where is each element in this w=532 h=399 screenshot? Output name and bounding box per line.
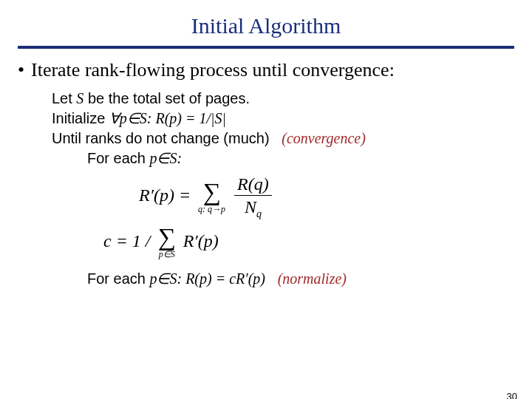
- slide-number: 30: [507, 391, 517, 399]
- page-title: Initial Algorithm: [0, 13, 532, 38]
- body: R′(p): [183, 231, 219, 250]
- fraction: R(q) Nq: [234, 174, 272, 220]
- bullet-line: •Iterate rank-flowing process until conv…: [18, 59, 514, 81]
- lhs: R′(p) =: [139, 185, 191, 205]
- text: Let: [52, 90, 76, 106]
- math: p∈S:: [149, 150, 182, 166]
- algorithm-block: Let S be the total set of pages. Initial…: [52, 89, 532, 289]
- lhs: c = 1 /: [103, 231, 151, 250]
- comment-convergence: (convergence): [282, 130, 366, 146]
- den-q: q: [256, 208, 262, 219]
- text: For each: [87, 270, 149, 287]
- sigma-icon: ∑ p∈S: [158, 226, 176, 259]
- text: be the total set of pages.: [83, 90, 250, 106]
- math: ∀p∈S: R(p) =: [109, 110, 200, 126]
- den-N: N: [245, 197, 256, 216]
- denominator: Nq: [234, 196, 272, 219]
- algo-line-3: Until ranks do not change (much) (conver…: [52, 129, 532, 149]
- bullet-icon: •: [18, 59, 31, 81]
- algo-line-2: Initialize ∀p∈S: R(p) = 1/|S|: [52, 109, 532, 129]
- sum-sub: p∈S: [158, 250, 176, 259]
- comment-normalize: (normalize): [278, 270, 347, 287]
- sum-sub: q: q→p: [198, 205, 225, 214]
- var-S: S: [76, 90, 83, 106]
- numerator: R(q): [234, 174, 272, 196]
- formula-c: c = 1 / ∑ p∈S R′(p): [103, 226, 532, 259]
- math: 1/|S|: [200, 110, 227, 126]
- math: p∈S: R(p) = cR′(p): [149, 270, 265, 287]
- formula-rprime: R′(p) = ∑ q: q→p R(q) Nq: [139, 174, 532, 220]
- bullet-text: Iterate rank-flowing process until conve…: [31, 59, 395, 81]
- text: Initialize: [52, 110, 109, 126]
- text: Until ranks do not change (much): [52, 130, 270, 146]
- slide: Initial Algorithm •Iterate rank-flowing …: [0, 13, 532, 399]
- text: For each: [87, 150, 149, 166]
- sigma-icon: ∑ q: q→p: [198, 181, 225, 214]
- title-underline: [18, 46, 514, 49]
- algo-line-1: Let S be the total set of pages.: [52, 89, 532, 109]
- algo-line-4: For each p∈S:: [87, 149, 532, 168]
- algo-line-5: For each p∈S: R(p) = cR′(p) (normalize): [87, 269, 532, 289]
